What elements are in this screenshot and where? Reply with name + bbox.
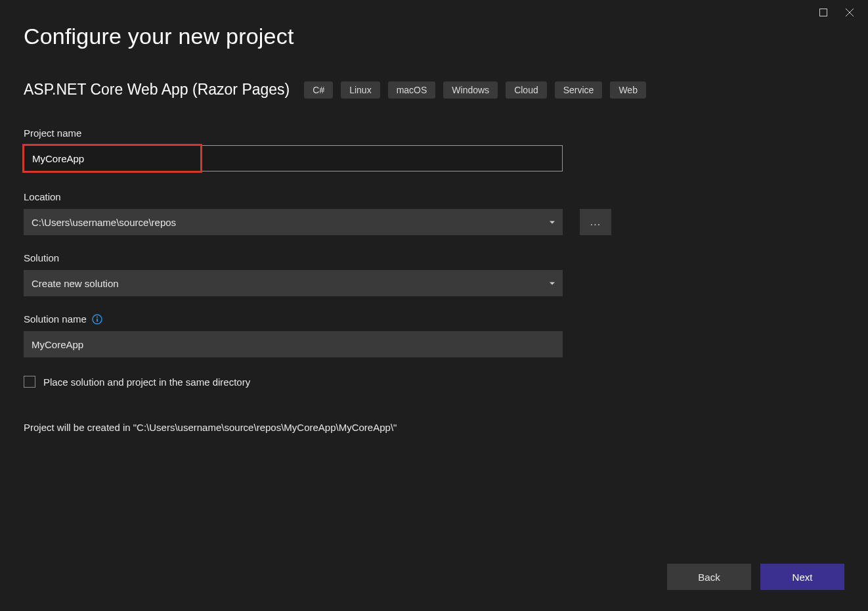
solution-label: Solution — [24, 252, 844, 263]
tag-cloud: Cloud — [506, 81, 547, 99]
same-directory-checkbox[interactable] — [24, 376, 35, 388]
close-icon[interactable] — [846, 8, 854, 18]
template-tags: C# Linux macOS Windows Cloud Service Web — [304, 81, 646, 99]
tag-windows: Windows — [443, 81, 498, 99]
same-directory-label: Place solution and project in the same d… — [43, 376, 250, 388]
location-label: Location — [24, 191, 844, 202]
solution-dropdown[interactable]: Create new solution — [24, 270, 563, 296]
back-button[interactable]: Back — [667, 564, 751, 590]
tag-linux: Linux — [341, 81, 380, 99]
location-dropdown[interactable]: C:\Users\username\source\repos — [24, 209, 563, 235]
svg-rect-5 — [97, 318, 98, 321]
svg-point-4 — [97, 316, 98, 317]
next-button[interactable]: Next — [760, 564, 844, 590]
project-path-summary: Project will be created in "C:\Users\use… — [24, 422, 844, 433]
tag-csharp: C# — [304, 81, 333, 99]
browse-button[interactable]: ... — [580, 209, 611, 235]
svg-rect-0 — [820, 9, 827, 16]
solution-name-input[interactable] — [24, 331, 563, 357]
maximize-icon[interactable] — [819, 8, 827, 18]
solution-name-label: Solution name — [24, 313, 87, 325]
page-title: Configure your new project — [24, 24, 844, 49]
project-name-label: Project name — [24, 127, 844, 139]
tag-web: Web — [610, 81, 646, 99]
template-name: ASP.NET Core Web App (Razor Pages) — [24, 81, 290, 99]
tag-service: Service — [555, 81, 603, 99]
info-icon[interactable] — [92, 314, 102, 325]
project-name-input[interactable] — [24, 145, 563, 171]
tag-macos: macOS — [388, 81, 436, 99]
